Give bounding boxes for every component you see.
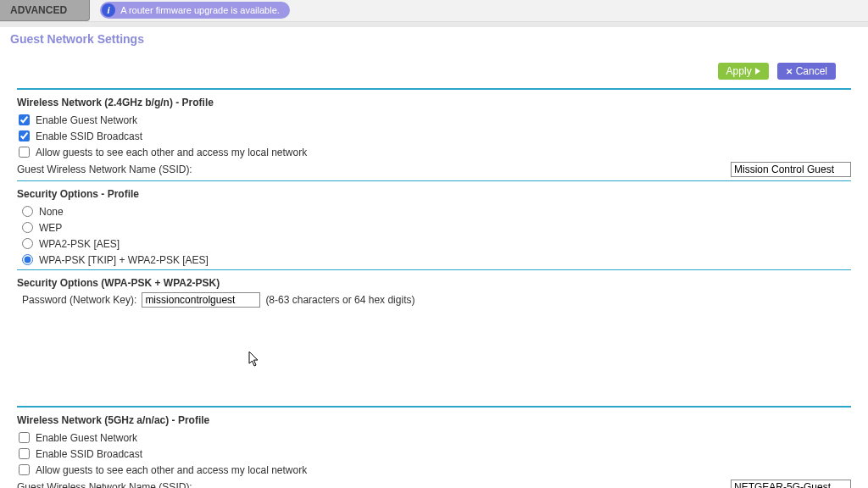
enable-guest-5-checkbox[interactable] <box>19 432 30 443</box>
password-hint: (8-63 characters or 64 hex digits) <box>265 294 415 306</box>
ssid-5-input[interactable] <box>731 480 851 488</box>
enable-ssid-5-label: Enable SSID Broadcast <box>36 448 142 460</box>
password-label: Password (Network Key): <box>22 294 136 306</box>
security-wpa2-row[interactable]: WPA2-PSK [AES] <box>22 236 851 252</box>
security-wep-row[interactable]: WEP <box>22 219 851 236</box>
allow-guests-24-label: Allow guests to see each other and acces… <box>36 147 307 158</box>
security-mixed-label: WPA-PSK [TKIP] + WPA2-PSK [AES] <box>39 254 209 266</box>
apply-button[interactable]: Apply <box>718 63 769 80</box>
ssid-5-label: Guest Wireless Network Name (SSID): <box>17 481 192 488</box>
security-none-label: None <box>39 206 64 218</box>
section-title-24ghz: Wireless Network (2.4GHz b/g/n) - Profil… <box>17 97 851 108</box>
security-wep-label: WEP <box>39 222 62 234</box>
enable-ssid-24-label: Enable SSID Broadcast <box>36 130 142 142</box>
enable-ssid-24-checkbox[interactable] <box>19 130 30 141</box>
security-none-row[interactable]: None <box>22 203 851 219</box>
page-title: Guest Network Settings <box>0 27 868 51</box>
enable-guest-24-label: Enable Guest Network <box>36 114 137 126</box>
allow-guests-5-row[interactable]: Allow guests to see each other and acces… <box>19 462 851 478</box>
ssid-24-input[interactable] <box>731 162 851 177</box>
security-mixed-radio[interactable] <box>22 254 33 265</box>
cancel-button[interactable]: Cancel <box>777 63 836 80</box>
password-input[interactable] <box>142 292 260 308</box>
enable-ssid-5-checkbox[interactable] <box>19 448 30 459</box>
security-wpa2-radio[interactable] <box>22 238 33 249</box>
info-icon: i <box>102 3 115 17</box>
ssid-24-label: Guest Wireless Network Name (SSID): <box>17 164 192 175</box>
section-title-5ghz: Wireless Network (5GHz a/n/ac) - Profile <box>17 414 851 426</box>
allow-guests-24-row[interactable]: Allow guests to see each other and acces… <box>19 144 851 160</box>
enable-guest-5-row[interactable]: Enable Guest Network <box>19 430 851 446</box>
allow-guests-5-label: Allow guests to see each other and acces… <box>36 464 307 476</box>
enable-ssid-5-row[interactable]: Enable SSID Broadcast <box>19 446 851 462</box>
firmware-upgrade-notice[interactable]: i A router firmware upgrade is available… <box>100 2 290 19</box>
firmware-notice-text: A router firmware upgrade is available. <box>120 5 280 15</box>
section-title-security-24: Security Options - Profile <box>17 188 851 200</box>
enable-guest-24-row[interactable]: Enable Guest Network <box>19 112 851 128</box>
security-none-radio[interactable] <box>22 206 33 217</box>
security-wep-radio[interactable] <box>22 222 33 233</box>
allow-guests-5-checkbox[interactable] <box>19 464 30 475</box>
section-title-security-detail: Security Options (WPA-PSK + WPA2-PSK) <box>17 277 851 289</box>
security-mixed-row[interactable]: WPA-PSK [TKIP] + WPA2-PSK [AES] <box>22 252 851 268</box>
enable-guest-5-label: Enable Guest Network <box>36 432 137 444</box>
tab-advanced[interactable]: ADVANCED <box>0 0 90 21</box>
enable-ssid-24-row[interactable]: Enable SSID Broadcast <box>19 128 851 144</box>
allow-guests-24-checkbox[interactable] <box>19 147 30 158</box>
security-wpa2-label: WPA2-PSK [AES] <box>39 238 120 250</box>
enable-guest-24-checkbox[interactable] <box>19 114 30 125</box>
